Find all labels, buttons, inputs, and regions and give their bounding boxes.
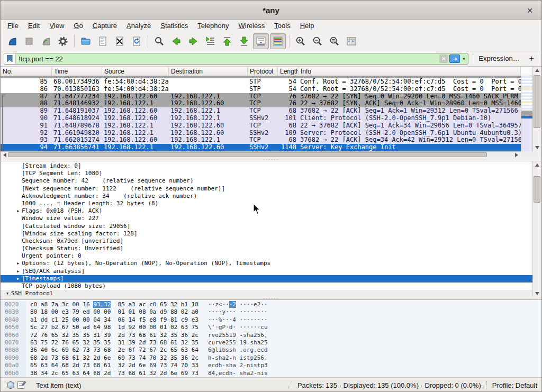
detail-line[interactable]: Acknowledgment number: 34 (relative ack …: [1, 193, 532, 200]
expander-icon[interactable]: [14, 215, 22, 222]
expander-icon[interactable]: [14, 238, 22, 245]
scroll-left-icon[interactable]: [2, 152, 8, 158]
expander-icon[interactable]: ▶: [14, 268, 22, 275]
column-header[interactable]: Destination: [169, 67, 248, 76]
detail-line[interactable]: ▶ Flags: 0x018 (PSH, ACK): [1, 207, 532, 215]
column-header[interactable]: Time: [52, 67, 102, 76]
detail-line[interactable]: [Window size scaling factor: 128]: [1, 230, 532, 238]
go-to-top-icon[interactable]: [219, 33, 235, 49]
hex-row[interactable]: 0080 36 40 6c 69 62 73 73 68 2e 6f 72 67…: [1, 347, 541, 354]
menu-item[interactable]: Capture: [88, 21, 122, 31]
expander-icon[interactable]: [14, 282, 22, 290]
go-to-bottom-icon[interactable]: [236, 33, 252, 49]
expander-icon[interactable]: [14, 193, 22, 200]
zoom-in-icon[interactable]: [293, 33, 309, 49]
save-file-icon[interactable]: [95, 33, 111, 49]
menu-item[interactable]: Telephony: [193, 21, 233, 31]
expander-icon[interactable]: [14, 223, 22, 230]
detail-line[interactable]: Window size value: 227: [1, 215, 532, 222]
hex-row[interactable]: 0090 68 2d 73 68 61 32 2d 6e 69 73 74 70…: [1, 354, 541, 362]
detail-line[interactable]: 1000 .... = Header Length: 32 bytes (8): [1, 200, 532, 207]
column-header[interactable]: Info: [299, 67, 521, 76]
expander-icon[interactable]: ▼: [4, 290, 11, 297]
menu-item[interactable]: Wireless: [234, 21, 270, 31]
add-filter-button[interactable]: +: [525, 54, 538, 63]
column-header[interactable]: Protocol: [248, 67, 278, 76]
detail-line[interactable]: ▶ Options: (12 bytes), No-Operation (NOP…: [1, 260, 532, 267]
hex-row[interactable]: 0040 a1 dd c1 25 00 00 04 34 06 14 f5 e8…: [1, 316, 541, 324]
scroll-down-icon[interactable]: [533, 144, 541, 151]
packet-row[interactable]: 86 70.013850163 fe:54:00:d4:38:2a STP 54…: [1, 86, 521, 93]
hex-row[interactable]: 0050 5c 27 b2 67 50 ad 64 98 1d 92 00 00…: [1, 324, 541, 331]
close-icon[interactable]: ✕: [525, 5, 535, 16]
menu-item[interactable]: Go: [69, 21, 87, 31]
expander-icon[interactable]: ▶: [14, 260, 22, 267]
zoom-out-icon[interactable]: [310, 33, 326, 49]
zoom-original-icon[interactable]: [327, 33, 342, 49]
packet-row[interactable]: 89 71.648191037 192.168.122.60 192.168.1…: [1, 107, 521, 115]
display-filter-input[interactable]: !tcp.port == 22 ✕ ➜ ▼: [4, 53, 468, 65]
resize-columns-icon[interactable]: [344, 33, 359, 49]
titlebar[interactable]: *any ✕: [1, 1, 541, 20]
hex-row[interactable]: 0030 80 18 00 e3 79 ed 00 00 01 01 08 0a…: [1, 308, 541, 316]
detail-line[interactable]: Checksum: 0x79ed [unverified]: [1, 238, 532, 245]
packet-row[interactable]: 87 71.647777234 192.168.122.60 192.168.1…: [1, 93, 521, 101]
expert-info-icon[interactable]: [7, 381, 14, 389]
colorize-icon[interactable]: [270, 33, 286, 49]
status-profile[interactable]: Profile: Default: [492, 381, 541, 389]
detail-line[interactable]: [Checksum Status: Unverified]: [1, 245, 532, 252]
start-capture-icon[interactable]: [4, 33, 20, 49]
scrollbar-thumb[interactable]: [534, 176, 540, 203]
hex-row[interactable]: 0060 72 76 65 32 35 35 31 39 2d 73 68 61…: [1, 332, 541, 339]
close-file-icon[interactable]: [112, 33, 128, 49]
hex-row[interactable]: 00b0 38 34 2c 65 63 64 68 2d 73 68 61 32…: [1, 370, 541, 377]
column-header[interactable]: Source: [102, 67, 169, 76]
detail-line[interactable]: [Stream index: 0]: [1, 162, 532, 170]
detail-line[interactable]: TCP payload (1080 bytes): [1, 282, 532, 290]
expander-icon[interactable]: ▶: [14, 275, 22, 282]
filter-text[interactable]: !tcp.port == 22: [16, 55, 439, 63]
menu-item[interactable]: Help: [295, 21, 319, 31]
detail-line[interactable]: Sequence number: 42 (relative sequence n…: [1, 177, 532, 185]
expander-icon[interactable]: [14, 245, 22, 252]
packet-row[interactable]: 85 68.001734936 fe:54:00:d4:38:2a STP 54…: [1, 78, 521, 86]
intelligent-scrollbar-minimap[interactable]: [521, 76, 532, 151]
packet-list-vscrollbar[interactable]: [532, 67, 541, 151]
menu-item[interactable]: File: [3, 21, 23, 31]
capture-comment-icon[interactable]: [17, 381, 24, 389]
scrollbar-thumb[interactable]: [534, 75, 540, 128]
menu-item[interactable]: Tools: [269, 21, 295, 31]
find-packet-icon[interactable]: [151, 33, 167, 49]
expander-icon[interactable]: [14, 162, 22, 170]
hex-row[interactable]: 0020 c0 a8 7a 3c 00 16 93 32 85 a3 ac c0…: [1, 301, 541, 308]
packet-row[interactable]: 90 71.648618924 192.168.122.60 192.168.1…: [1, 115, 521, 122]
stop-capture-icon[interactable]: [21, 33, 37, 49]
expander-icon[interactable]: [14, 230, 22, 238]
packet-row[interactable]: 94 71.663856741 192.168.122.1 192.168.12…: [1, 144, 521, 151]
detail-line[interactable]: ▶ [Timestamps]: [1, 275, 532, 282]
menu-item[interactable]: Statistics: [156, 21, 193, 31]
auto-scroll-icon[interactable]: [253, 33, 269, 49]
filter-apply-icon[interactable]: ➜: [449, 54, 460, 63]
scroll-up-icon[interactable]: [533, 161, 541, 169]
details-vscrollbar[interactable]: [532, 161, 541, 297]
expander-icon[interactable]: [14, 200, 22, 207]
detail-line[interactable]: [TCP Segment Len: 1080]: [1, 170, 532, 177]
capture-options-icon[interactable]: [55, 33, 71, 49]
detail-line[interactable]: [Calculated window size: 29056]: [1, 223, 532, 230]
menu-item[interactable]: Analyze: [122, 21, 156, 31]
menu-item[interactable]: Edit: [23, 21, 44, 31]
packet-row[interactable]: 91 71.648789678 192.168.122.1 192.168.12…: [1, 122, 521, 130]
expander-icon[interactable]: [14, 185, 22, 193]
filter-bookmark-icon[interactable]: [4, 53, 16, 64]
scroll-right-icon[interactable]: [513, 152, 520, 158]
expander-icon[interactable]: [14, 177, 22, 185]
packet-row[interactable]: 93 71.662015274 192.168.122.60 192.168.1…: [1, 136, 521, 144]
scroll-down-icon[interactable]: [533, 290, 541, 297]
expander-icon[interactable]: ▶: [14, 207, 22, 215]
column-header[interactable]: No.: [1, 67, 52, 76]
packet-row[interactable]: 88 71.648146932 192.168.122.1 192.168.12…: [1, 100, 521, 107]
menu-item[interactable]: View: [44, 21, 69, 31]
go-to-packet-icon[interactable]: [202, 33, 218, 49]
hex-row[interactable]: 0070 63 75 72 76 65 32 35 35 31 39 2d 73…: [1, 339, 541, 347]
